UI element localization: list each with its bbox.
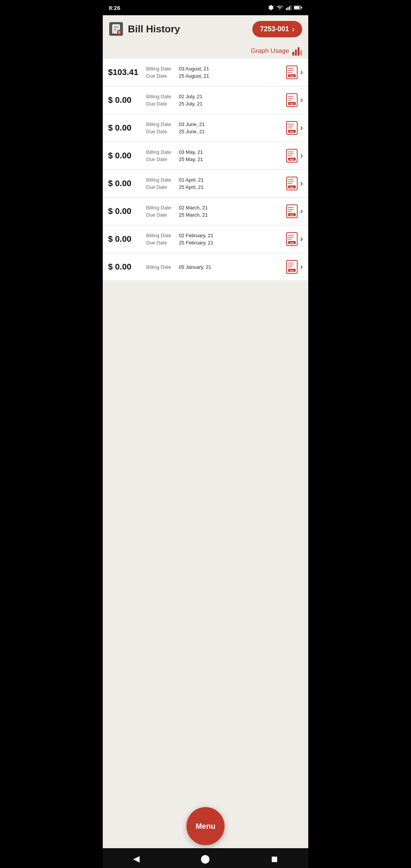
billing-date-label: Billing Date	[146, 177, 177, 183]
svg-rect-1	[287, 7, 288, 10]
signal-icon	[285, 5, 292, 11]
bill-actions: PDF ›	[285, 176, 303, 191]
svg-text:PDF: PDF	[290, 158, 294, 161]
recents-button[interactable]: ◼	[263, 852, 285, 865]
pdf-icon[interactable]: PDF	[285, 259, 299, 274]
billing-date-value: 03 May, 21	[179, 149, 203, 155]
status-icons	[268, 5, 302, 11]
billing-date-label: Billing Date	[146, 205, 177, 211]
bill-actions: PDF ›	[285, 259, 303, 274]
svg-rect-0	[286, 8, 287, 10]
svg-rect-9	[113, 26, 119, 27]
pdf-icon[interactable]: PDF	[285, 231, 299, 247]
bill-actions: PDF ›	[285, 148, 303, 163]
bill-item[interactable]: $ 0.00 Billing Date 02 July, 21 Due Date…	[103, 86, 308, 114]
settings-icon	[268, 5, 274, 11]
fab-menu-button[interactable]: Menu	[186, 807, 225, 845]
due-date-label: Due Date	[146, 73, 177, 79]
bill-dates: Billing Date 03 August, 21 Due Date 25 A…	[142, 66, 285, 79]
bill-item[interactable]: $ 0.00 Billing Date 05 January, 21 PDF	[103, 253, 308, 281]
bill-actions: PDF ›	[285, 65, 303, 80]
bill-item[interactable]: $ 0.00 Billing Date 03 June, 21 Due Date…	[103, 114, 308, 142]
billing-date-label: Billing Date	[146, 66, 177, 72]
due-date-label: Due Date	[146, 240, 177, 246]
billing-date-row: Billing Date 02 July, 21	[146, 94, 285, 99]
due-date-label: Due Date	[146, 101, 177, 107]
due-date-row: Due Date 25 May, 21	[146, 156, 285, 162]
bill-amount: $103.41	[108, 67, 142, 77]
pdf-icon[interactable]: PDF	[285, 204, 299, 219]
due-date-value: 25 August, 21	[179, 73, 209, 79]
billing-date-value: 02 March, 21	[179, 205, 208, 211]
account-badge[interactable]: 7253-001 ›	[252, 21, 302, 37]
bill-amount: $ 0.00	[108, 123, 142, 133]
bill-chevron-right[interactable]: ›	[300, 95, 303, 105]
wifi-icon	[276, 5, 283, 11]
due-date-value: 25 June, 21	[179, 129, 205, 134]
home-button[interactable]: ⬤	[193, 852, 218, 865]
due-date-row: Due Date 25 April, 21	[146, 184, 285, 190]
bill-item[interactable]: $ 0.00 Billing Date 02 March, 21 Due Dat…	[103, 198, 308, 225]
billing-date-value: 05 January, 21	[179, 264, 211, 270]
account-chevron: ›	[292, 25, 295, 34]
bill-chevron-right[interactable]: ›	[300, 179, 303, 188]
svg-text:PDF: PDF	[290, 242, 294, 244]
bill-dates: Billing Date 03 May, 21 Due Date 25 May,…	[142, 149, 285, 162]
due-date-label: Due Date	[146, 212, 177, 218]
bill-item[interactable]: $ 0.00 Billing Date 03 May, 21 Due Date …	[103, 142, 308, 170]
billing-date-value: 02 July, 21	[179, 94, 202, 99]
bill-amount: $ 0.00	[108, 179, 142, 188]
billing-date-row: Billing Date 02 March, 21	[146, 205, 285, 211]
billing-date-value: 02 February, 21	[179, 233, 213, 238]
svg-text:PDF: PDF	[290, 131, 294, 133]
pdf-icon[interactable]: PDF	[285, 93, 299, 108]
due-date-label: Due Date	[146, 184, 177, 190]
svg-rect-12	[113, 30, 116, 31]
pdf-icon[interactable]: PDF	[285, 120, 299, 136]
svg-text:PDF: PDF	[290, 214, 294, 216]
bill-chevron-right[interactable]: ›	[300, 67, 303, 77]
bill-chevron-right[interactable]: ›	[300, 123, 303, 133]
bill-actions: PDF ›	[285, 231, 303, 247]
billing-date-value: 01 April, 21	[179, 177, 204, 183]
bill-history-icon: $	[109, 22, 123, 36]
due-date-value: 25 March, 21	[179, 212, 208, 218]
bill-item[interactable]: $ 0.00 Billing Date 01 April, 21 Due Dat…	[103, 170, 308, 198]
nav-bar: ◀ ⬤ ◼	[103, 848, 308, 868]
bill-list: $103.41 Billing Date 03 August, 21 Due D…	[103, 59, 308, 281]
graph-usage-bar: Graph Usage	[103, 43, 308, 59]
bill-chevron-right[interactable]: ›	[300, 206, 303, 216]
billing-date-row: Billing Date 05 January, 21	[146, 264, 285, 270]
pdf-icon[interactable]: PDF	[285, 148, 299, 163]
battery-icon	[294, 5, 302, 10]
pdf-icon[interactable]: PDF	[285, 176, 299, 191]
graph-usage-link[interactable]: Graph Usage	[251, 47, 289, 55]
bill-item[interactable]: $ 0.00 Billing Date 02 February, 21 Due …	[103, 225, 308, 253]
svg-text:PDF: PDF	[290, 186, 294, 188]
billing-date-value: 03 August, 21	[179, 66, 209, 72]
bill-item[interactable]: $103.41 Billing Date 03 August, 21 Due D…	[103, 59, 308, 86]
due-date-row: Due Date 25 February, 21	[146, 240, 285, 246]
bill-chevron-right[interactable]: ›	[300, 262, 303, 272]
status-time: 8:26	[109, 5, 120, 11]
bill-dates: Billing Date 01 April, 21 Due Date 25 Ap…	[142, 177, 285, 190]
bill-dates: Billing Date 02 March, 21 Due Date 25 Ma…	[142, 205, 285, 218]
status-bar: 8:26	[103, 0, 308, 15]
billing-date-row: Billing Date 01 April, 21	[146, 177, 285, 183]
bill-amount: $ 0.00	[108, 151, 142, 161]
due-date-value: 25 April, 21	[179, 184, 204, 190]
svg-rect-10	[113, 27, 119, 28]
due-date-value: 25 February, 21	[179, 240, 213, 246]
due-date-row: Due Date 25 March, 21	[146, 212, 285, 218]
bill-chevron-right[interactable]: ›	[300, 151, 303, 161]
pdf-icon[interactable]: PDF	[285, 65, 299, 80]
due-date-label: Due Date	[146, 156, 177, 162]
due-date-value: 25 May, 21	[179, 156, 203, 162]
bill-amount: $ 0.00	[108, 262, 142, 272]
billing-date-label: Billing Date	[146, 233, 177, 238]
bill-chevron-right[interactable]: ›	[300, 234, 303, 244]
svg-rect-6	[301, 7, 302, 8]
bill-amount: $ 0.00	[108, 234, 142, 244]
header: $ Bill History 7253-001 ›	[103, 15, 308, 43]
back-button[interactable]: ◀	[126, 852, 147, 865]
